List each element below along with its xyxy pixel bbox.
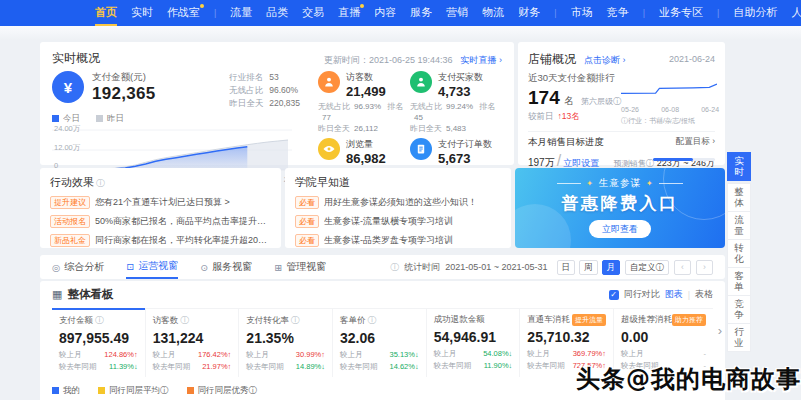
nav-item-首页[interactable]: 首页 [95, 0, 117, 26]
x-tick: 05-26 [621, 106, 639, 113]
peer-compare-label: 同行对比 [624, 288, 660, 301]
peer-compare-checkbox[interactable]: ✓ [609, 290, 619, 300]
kpi-card-访客数[interactable]: 访客数ⓘ131,224较上月176.42%↑较去年同期21.97%↑ [145, 309, 239, 377]
action-title: 行动效果ⓘ [50, 175, 271, 190]
view-chart-toggle[interactable]: 图表 [665, 288, 683, 301]
payment-amount-value: 192,365 [92, 84, 156, 104]
stat-row: 行业排名53 [229, 71, 300, 84]
period-button-周[interactable]: 周 [579, 260, 598, 275]
realtime-live-link[interactable]: 实时直播 › [461, 55, 503, 65]
info-icon: ⓘ [96, 178, 105, 188]
visitor-icon [318, 71, 340, 93]
tab-运营视窗[interactable]: ⊡运营视窗 [126, 255, 178, 279]
nav-item-直播[interactable]: 直播 [338, 0, 360, 26]
period-button-日[interactable]: 日 [557, 260, 576, 275]
date-range[interactable]: 2021-05-01 ~ 2021-05-31 [445, 262, 547, 272]
nav-item-物流[interactable]: 物流 [482, 0, 504, 26]
nav-separator: | [643, 8, 645, 18]
goal-config-link[interactable]: 配置目标 › [676, 136, 715, 149]
payment-amount-metric: 支付金额(元) 192,365 [92, 71, 156, 104]
nav-item-内容[interactable]: 内容 [374, 0, 396, 26]
tab-服务视窗[interactable]: ⊙服务视窗 [200, 255, 252, 279]
nav-item-人群[interactable]: 人群 [791, 0, 801, 26]
nav-separator: | [717, 8, 719, 18]
info-icon: ⓘ [390, 261, 399, 274]
new-badge-dot [200, 4, 204, 8]
shop-diagnose-link[interactable]: 点击诊断 › [584, 55, 626, 65]
kpi-value: 54,946.91 [434, 329, 513, 345]
kpi-promo-tag: 助力推荐 [672, 314, 706, 326]
board-legend-同行同层优秀ⓘ: 同行同层优秀ⓘ [187, 385, 258, 397]
action-item[interactable]: 活动报名50%商家都已报名，商品平均点击率提升30%，快速... > [50, 215, 271, 228]
order-icon [410, 138, 432, 160]
banner-view-button[interactable]: 立即查看 [589, 220, 651, 238]
nav-item-品类[interactable]: 品类 [266, 0, 288, 26]
nav-item-实时[interactable]: 实时 [131, 0, 153, 26]
metric-支付买家数: 支付买家数4,733无线占比99.24%排名45昨日全天5,483 [410, 71, 502, 138]
shop-overview-card: 店铺概况点击诊断 › 2021-06-24 近30天支付金额排行 174 名 第… [518, 42, 725, 165]
anchor-side-tabs: 实时整体流量转化客单竞争行业 [727, 153, 751, 352]
info-icon: ⓘ [368, 314, 377, 327]
nav-item-自助分析[interactable]: 自助分析 [733, 0, 777, 26]
nav-item-流量[interactable]: 流量 [230, 0, 252, 26]
side-tab-竞争[interactable]: 竞争 [727, 295, 751, 324]
tab-管理视窗[interactable]: ⊞管理视窗 [274, 255, 326, 279]
academy-item[interactable]: 必看生意参谋-品类罗盘专项学习培训 [295, 234, 501, 247]
feed-tag: 必看 [295, 234, 319, 247]
rank-level: 第六层级ⓘ [581, 97, 621, 106]
x-tick: 06-08 [661, 106, 679, 113]
side-tab-整体[interactable]: 整体 [727, 183, 751, 212]
promo-banner[interactable]: ✦生意参谋✦ 普惠降费入口 立即查看 [515, 168, 725, 248]
action-item[interactable]: 新品礼金同行商家都在报名，平均转化率提升超20%，快速打... > [50, 234, 271, 247]
custom-range-button[interactable]: 自定义ⓘ [625, 260, 669, 275]
view-table-toggle[interactable]: 表格 [695, 288, 713, 301]
side-tab-客单[interactable]: 客单 [727, 267, 751, 296]
nav-item-财务[interactable]: 财务 [518, 0, 540, 26]
goal-set-link[interactable]: 立即设置 [563, 158, 599, 168]
side-tab-实时[interactable]: 实时 [727, 152, 751, 181]
prev-period-button[interactable]: ‹ [674, 260, 691, 275]
kpi-value: 0.00 [621, 329, 706, 345]
nav-item-作战室[interactable]: 作战室 [167, 0, 200, 26]
x-tick: 06-24 [701, 106, 719, 113]
board-title: ▦整体看板 [52, 287, 113, 302]
next-period-button[interactable]: › [696, 260, 713, 275]
kpi-card-支付金额[interactable]: 支付金额ⓘ897,955.49较上月124.86%↑较去年同期11.39%↓ [52, 309, 145, 377]
nav-item-业务专区[interactable]: 业务专区 [659, 0, 703, 26]
watermark: 头条@我的电商故事 [576, 363, 801, 395]
top-navbar: 首页实时作战室|流量品类交易直播内容服务营销物流财务|市场竞争|业务专区|自助分… [0, 0, 801, 26]
nav-item-市场[interactable]: 市场 [571, 0, 593, 26]
nav-item-营销[interactable]: 营销 [446, 0, 468, 26]
new-badge-dot [360, 4, 364, 8]
rank-title: 近30天支付金额排行 [528, 72, 621, 85]
update-time: 更新时间：2021-06-25 19:44:36 [324, 55, 453, 65]
kpi-card-客单价[interactable]: 客单价ⓘ32.06较上月35.13%↓较去年同期14.62%↓ [332, 309, 426, 377]
goal-progress-bar [653, 158, 715, 161]
banner-title: 普惠降费入口 [515, 192, 725, 215]
side-tab-转化[interactable]: 转化 [727, 239, 751, 268]
realtime-title: 实时概况 [52, 50, 100, 67]
kpi-scroll-right-arrow[interactable]: › [718, 323, 722, 338]
nav-item-服务[interactable]: 服务 [410, 0, 432, 26]
view-icon [318, 138, 340, 160]
period-button-月[interactable]: 月 [602, 260, 621, 275]
side-tab-流量[interactable]: 流量 [727, 211, 751, 240]
nav-item-竞争[interactable]: 竞争 [607, 0, 629, 26]
kpi-card-支付转化率[interactable]: 支付转化率ⓘ21.35%较上月30.99%↑较去年同期14.89%↓ [238, 309, 332, 377]
realtime-chart-legend: 今日昨日 [52, 113, 304, 125]
side-tab-行业[interactable]: 行业 [727, 323, 751, 352]
tab-综合分析[interactable]: ◎综合分析 [52, 255, 104, 279]
academy-item[interactable]: 必看用好生意参谋必须知道的这些小知识！ [295, 196, 501, 209]
kpi-value: 897,955.49 [59, 330, 138, 346]
service-icon: ⊙ [200, 262, 208, 273]
wheat-icon: ✦ [646, 179, 654, 188]
kpi-value: 25,710.32 [527, 329, 606, 345]
analysis-icon: ◎ [52, 262, 60, 273]
payment-side-stats: 行业排名53无线占比96.60%昨日全天220,835 [229, 71, 304, 110]
wheat-icon: ✦ [586, 179, 594, 188]
action-item[interactable]: 提升建议您有21个直通车计划已达日预算 > [50, 196, 271, 209]
kpi-card-成功退款金额[interactable]: 成功退款金额54,946.91较上月54.08%↓较去年同期11.90%↓ [426, 309, 520, 377]
academy-item[interactable]: 必看生意参谋-流量纵横专项学习培训 [295, 215, 501, 228]
goal-current: 197万 [528, 157, 555, 168]
nav-item-交易[interactable]: 交易 [302, 0, 324, 26]
